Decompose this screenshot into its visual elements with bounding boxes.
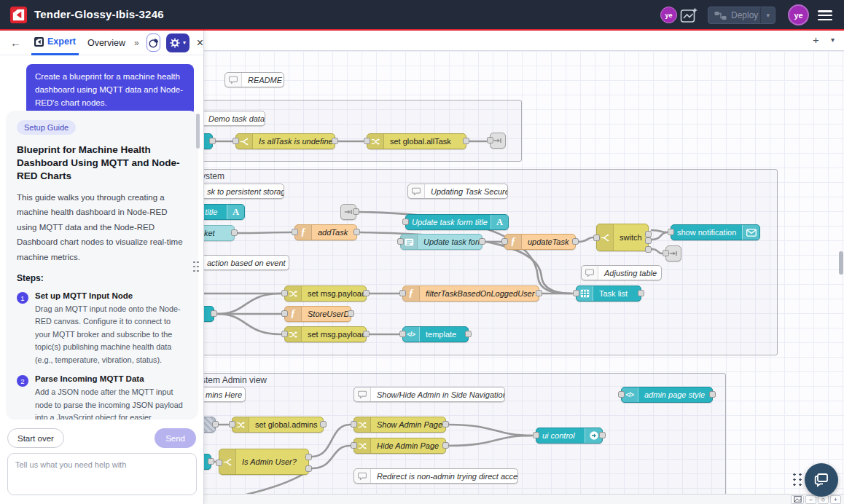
port[interactable]: [638, 290, 644, 296]
port[interactable]: [351, 421, 357, 428]
user-avatar[interactable]: ye: [788, 4, 809, 25]
node-link-out-2[interactable]: [665, 245, 681, 261]
port[interactable]: [281, 290, 288, 296]
flow-canvas[interactable]: README Demo task data Is allTask is unde…: [204, 31, 844, 504]
node-comment-action-event[interactable]: action based on event: [204, 255, 289, 270]
port[interactable]: [572, 238, 579, 245]
node-change-set-global-alltask[interactable]: set global.allTask: [367, 133, 466, 149]
node-function-filtertask[interactable]: ƒ filterTaskBasedOnLoggedUser: [402, 286, 539, 302]
node-function-storeuserdata[interactable]: ƒ StoreUserData: [284, 306, 351, 322]
port[interactable]: [363, 331, 370, 337]
widget-drag-handle[interactable]: [792, 472, 804, 487]
port[interactable]: [463, 138, 469, 144]
port[interactable]: [320, 421, 327, 428]
node-change-show-admin-page[interactable]: Show Admin Page: [353, 417, 446, 433]
port[interactable]: [442, 442, 449, 449]
panel-resize-handle[interactable]: [192, 260, 200, 273]
back-arrow-icon[interactable]: ←: [10, 36, 21, 49]
node-stub-teal-1[interactable]: [204, 133, 213, 149]
node-stub-teal-2[interactable]: [204, 306, 214, 322]
port[interactable]: [216, 460, 222, 466]
port[interactable]: [645, 246, 652, 253]
settings-button[interactable]: ▾: [166, 34, 189, 52]
node-function-addtask[interactable]: ƒ addTask: [294, 224, 357, 240]
port[interactable]: [348, 310, 354, 317]
deploy-button[interactable]: Deploy ▾: [708, 7, 775, 24]
node-ui-toast-show-notification[interactable]: show notification: [671, 224, 760, 240]
deploy-caret-icon[interactable]: ▾: [760, 7, 775, 23]
node-comment-show-hide-admin[interactable]: Show/Hide Admin in Side Navigation: [353, 387, 505, 402]
port[interactable]: [645, 237, 652, 244]
insights-button[interactable]: [146, 34, 161, 52]
node-ui-text-update-form-title[interactable]: Update task form title A: [405, 214, 509, 230]
port[interactable]: [208, 458, 214, 465]
port[interactable]: [663, 250, 669, 256]
port[interactable]: [593, 235, 600, 241]
ai-scene-icon[interactable]: [680, 7, 698, 23]
node-ui-form-ticket[interactable]: ticket: [204, 225, 235, 241]
add-flow-button[interactable]: +: [809, 34, 823, 46]
port[interactable]: [399, 331, 406, 337]
canvas-vertical-scrollbar[interactable]: [839, 251, 843, 275]
port[interactable]: [305, 465, 312, 472]
node-comment-admins-here[interactable]: mins Here: [204, 387, 246, 402]
port[interactable]: [212, 421, 219, 428]
port[interactable]: [363, 290, 370, 296]
port[interactable]: [668, 229, 674, 235]
tab-expert[interactable]: Expert: [31, 31, 79, 55]
port[interactable]: [479, 238, 485, 245]
node-comment-adjusting-table[interactable]: Adjusting table: [581, 265, 662, 280]
port[interactable]: [536, 290, 542, 296]
port[interactable]: [281, 331, 288, 337]
port[interactable]: [533, 432, 539, 438]
port[interactable]: [209, 138, 216, 144]
port[interactable]: [709, 391, 716, 398]
port[interactable]: [353, 229, 360, 235]
port[interactable]: [399, 290, 406, 296]
node-comment-updating-task-securely[interactable]: Updating Task Securely: [407, 184, 508, 199]
tab-overview[interactable]: Overview: [87, 38, 125, 48]
node-link-in-1[interactable]: [340, 204, 356, 220]
port[interactable]: [501, 238, 508, 245]
assistant-avatar[interactable]: ye: [660, 7, 677, 23]
node-ui-text-form-title[interactable]: m title A: [204, 204, 245, 220]
port[interactable]: [402, 218, 409, 225]
zoom-out-button[interactable]: −: [805, 495, 816, 504]
zoom-in-button[interactable]: +: [830, 495, 841, 504]
send-button[interactable]: Send: [155, 428, 196, 448]
navigator-button[interactable]: [791, 495, 804, 504]
node-comment-redirect[interactable]: Redirect is non-admin trying direct acce…: [353, 468, 518, 484]
node-ui-template[interactable]: </> template: [402, 326, 469, 342]
port[interactable]: [573, 290, 579, 296]
port[interactable]: [231, 229, 238, 236]
flow-list-caret-icon[interactable]: ▾: [828, 36, 837, 44]
node-comment-demo-task-data[interactable]: Demo task data: [204, 111, 265, 126]
flow-workspace[interactable]: README Demo task data Is allTask is unde…: [204, 31, 844, 504]
port[interactable]: [229, 421, 235, 428]
expand-tabs-icon[interactable]: »: [134, 38, 139, 48]
port[interactable]: [353, 208, 359, 215]
port[interactable]: [233, 138, 239, 144]
help-input[interactable]: [7, 453, 197, 495]
chat-fab-button[interactable]: [805, 463, 838, 497]
close-panel-icon[interactable]: ×: [197, 36, 203, 50]
node-stub-disabled[interactable]: [204, 417, 216, 433]
port[interactable]: [645, 231, 652, 237]
port[interactable]: [397, 238, 404, 245]
node-comment-readme[interactable]: README: [224, 72, 284, 87]
port[interactable]: [332, 138, 338, 144]
node-link-out-1[interactable]: [490, 133, 506, 149]
card-scrollbar[interactable]: [196, 114, 200, 149]
node-change-set-payload-2[interactable]: set msg.payload: [284, 326, 367, 342]
node-ui-template-admin-style[interactable]: </> admin page style: [621, 387, 713, 403]
port[interactable]: [364, 138, 370, 144]
node-ui-form-update-task-form[interactable]: Update task form: [400, 234, 482, 250]
node-ui-table-task-list[interactable]: Task list: [576, 286, 641, 302]
port[interactable]: [487, 137, 493, 143]
port[interactable]: [305, 454, 312, 460]
start-over-button[interactable]: Start over: [7, 428, 64, 448]
port[interactable]: [211, 310, 217, 317]
main-menu-icon[interactable]: [818, 10, 832, 20]
node-stub-teal-3[interactable]: [204, 454, 211, 470]
group-demo-task-data[interactable]: [204, 100, 522, 162]
